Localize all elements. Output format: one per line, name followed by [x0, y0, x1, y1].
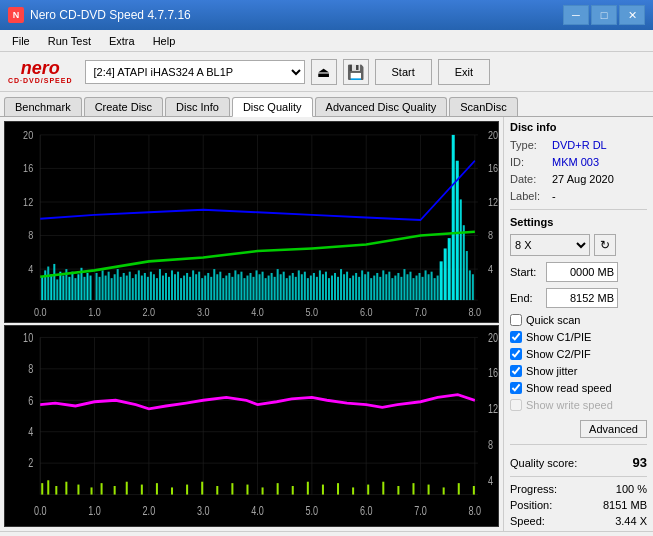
nero-logo-block: nero CD·DVD/SPEED	[8, 59, 73, 84]
menu-run-test[interactable]: Run Test	[40, 33, 99, 49]
disc-date-row: Date: 27 Aug 2020	[510, 173, 647, 185]
svg-rect-126	[319, 270, 321, 300]
start-mb-input[interactable]: 0000 MB	[546, 262, 618, 282]
svg-rect-229	[277, 483, 279, 494]
svg-rect-123	[310, 276, 312, 301]
show-read-checkbox[interactable]	[510, 382, 522, 394]
menu-help[interactable]: Help	[145, 33, 184, 49]
speed-row-progress: Speed: 3.44 X	[510, 515, 647, 527]
svg-rect-148	[385, 274, 387, 300]
svg-rect-160	[422, 277, 424, 300]
exit-button[interactable]: Exit	[438, 59, 490, 85]
svg-rect-58	[114, 274, 116, 300]
start-button[interactable]: Start	[375, 59, 432, 85]
svg-rect-67	[141, 276, 143, 301]
drive-select[interactable]: [2:4] ATAPI iHAS324 A BL1P	[85, 60, 305, 84]
svg-rect-88	[204, 276, 206, 301]
tab-disc-quality[interactable]: Disc Quality	[232, 97, 313, 117]
type-value: DVD+R DL	[552, 139, 607, 151]
svg-rect-104	[253, 277, 255, 300]
svg-rect-106	[259, 274, 261, 300]
svg-rect-217	[101, 483, 103, 494]
svg-rect-215	[77, 485, 79, 495]
svg-rect-174	[469, 270, 471, 300]
maximize-button[interactable]: □	[591, 5, 617, 25]
show-write-checkbox[interactable]	[510, 399, 522, 411]
svg-rect-118	[295, 277, 297, 300]
speed-label: Speed:	[510, 515, 545, 527]
eject-button[interactable]: ⏏	[311, 59, 337, 85]
nero-sub-text: CD·DVD/SPEED	[8, 77, 73, 84]
tab-create-disc[interactable]: Create Disc	[84, 97, 163, 116]
menu-extra[interactable]: Extra	[101, 33, 143, 49]
position-label: Position:	[510, 499, 552, 511]
svg-rect-238	[412, 483, 414, 494]
svg-text:0.0: 0.0	[34, 306, 47, 318]
svg-rect-144	[373, 276, 375, 301]
svg-rect-90	[210, 277, 212, 300]
svg-rect-103	[249, 273, 251, 300]
svg-rect-162	[428, 274, 430, 300]
svg-rect-50	[86, 273, 88, 300]
minimize-button[interactable]: ─	[563, 5, 589, 25]
svg-rect-42	[62, 276, 64, 301]
svg-rect-86	[198, 272, 200, 300]
svg-rect-132	[337, 277, 339, 300]
svg-text:10: 10	[23, 330, 33, 344]
tab-benchmark[interactable]: Benchmark	[4, 97, 82, 116]
svg-rect-227	[246, 485, 248, 495]
svg-rect-100	[240, 272, 242, 300]
start-mb-row: Start: 0000 MB	[510, 262, 647, 282]
svg-rect-169	[452, 135, 455, 300]
show-c1pie-row: Show C1/PIE	[510, 331, 647, 343]
tab-scan-disc[interactable]: ScanDisc	[449, 97, 517, 116]
svg-rect-95	[225, 276, 227, 301]
tab-advanced-disc-quality[interactable]: Advanced Disc Quality	[315, 97, 448, 116]
svg-rect-124	[313, 273, 315, 300]
svg-rect-159	[419, 273, 421, 300]
svg-text:8.0: 8.0	[469, 503, 482, 517]
end-mb-input[interactable]	[546, 288, 618, 308]
svg-rect-225	[216, 486, 218, 495]
svg-rect-230	[292, 486, 294, 495]
svg-rect-176	[5, 326, 498, 526]
settings-title: Settings	[510, 216, 647, 228]
svg-rect-237	[397, 486, 399, 495]
close-button[interactable]: ✕	[619, 5, 645, 25]
save-button[interactable]: 💾	[343, 59, 369, 85]
svg-rect-46	[74, 278, 76, 300]
main-content: 20 16 12 8 4 20 16 12 8 4 0.0 1.0 2.0 3.…	[0, 117, 653, 531]
svg-rect-145	[376, 273, 378, 300]
show-c1pie-checkbox[interactable]	[510, 331, 522, 343]
tab-disc-info[interactable]: Disc Info	[165, 97, 230, 116]
svg-rect-66	[138, 270, 140, 300]
window-controls[interactable]: ─ □ ✕	[563, 5, 645, 25]
show-write-label: Show write speed	[526, 399, 613, 411]
menu-file[interactable]: File	[4, 33, 38, 49]
svg-text:12: 12	[488, 402, 498, 416]
disc-label-value: -	[552, 190, 556, 202]
show-c2pif-checkbox[interactable]	[510, 348, 522, 360]
speed-select[interactable]: 8 X	[510, 234, 590, 256]
svg-rect-36	[44, 270, 46, 300]
svg-rect-74	[162, 276, 164, 301]
show-jitter-checkbox[interactable]	[510, 365, 522, 377]
progress-value: 100 %	[616, 483, 647, 495]
type-label: Type:	[510, 139, 548, 151]
svg-rect-154	[403, 269, 405, 300]
disc-id-row: ID: MKM 003	[510, 156, 647, 168]
svg-rect-231	[307, 482, 309, 495]
svg-rect-119	[298, 270, 300, 300]
svg-text:20: 20	[23, 129, 33, 141]
svg-text:8: 8	[28, 362, 33, 376]
quick-scan-checkbox[interactable]	[510, 314, 522, 326]
svg-rect-109	[268, 276, 270, 301]
advanced-button[interactable]: Advanced	[580, 420, 647, 438]
svg-rect-131	[334, 273, 336, 300]
svg-text:16: 16	[488, 162, 498, 174]
svg-rect-175	[472, 274, 474, 300]
refresh-button[interactable]: ↻	[594, 234, 616, 256]
svg-rect-110	[271, 273, 273, 300]
svg-rect-235	[367, 485, 369, 495]
svg-text:4: 4	[488, 473, 493, 487]
